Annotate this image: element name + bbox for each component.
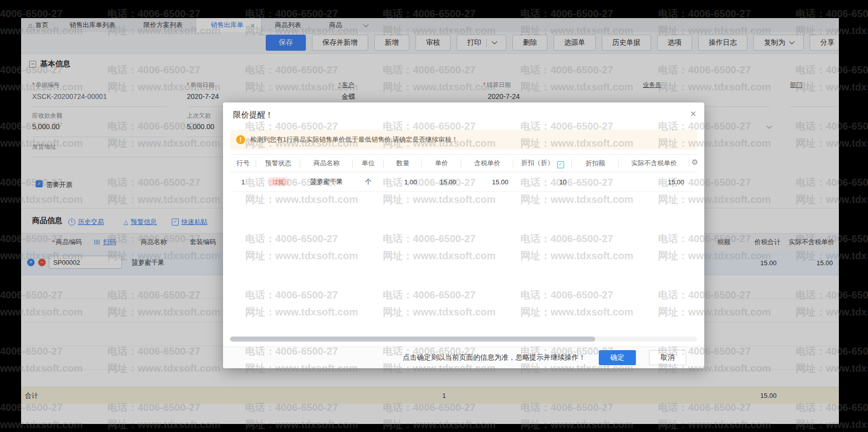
modal-footer: 点击确定则以当前页面的信息为准，忽略提示并继续操作！ 确定 取消 (223, 347, 704, 368)
cell-tax-price: 15.00 (461, 172, 513, 192)
cancel-button[interactable]: 取消 (649, 350, 686, 365)
col-discount[interactable]: 折扣（折）✓ (513, 155, 572, 172)
col-unit[interactable]: 单位 (353, 155, 384, 172)
cell-qty: 1.00 (384, 172, 422, 192)
warning-banner: ! 检测到您有1行商品实际销售单价低于最低销售价,请确定是否继续审核！ (230, 130, 697, 150)
cell-discount: 10 (513, 172, 572, 192)
col-product-name[interactable]: 商品名称 (300, 155, 353, 172)
col-discount-amt[interactable]: 折扣额 (572, 155, 619, 172)
modal-table: 行号 预警状态 商品名称 单位 数量 单价 含税单价 折扣（折）✓ 折扣额 实际… (230, 154, 697, 192)
warning-text: 检测到您有1行商品实际销售单价低于最低销售价,请确定是否继续审核！ (250, 135, 458, 144)
status-badge: 过低 (267, 177, 289, 186)
col-line-no[interactable]: 行号 (230, 155, 256, 172)
col-tax-price[interactable]: 含税单价 (461, 155, 513, 172)
cell-price: 15.00 (422, 172, 461, 192)
modal-table-header-row: 行号 预警状态 商品名称 单位 数量 单价 含税单价 折扣（折）✓ 折扣额 实际… (230, 155, 697, 172)
price-limit-modal: 限价提醒！ × ! 检测到您有1行商品实际销售单价低于最低销售价,请确定是否继续… (223, 102, 704, 368)
modal-close-icon[interactable]: × (690, 109, 696, 119)
cell-actual-price: 15.00 (619, 172, 689, 192)
cell-product-name: 菠萝蜜干果 (300, 172, 353, 192)
footer-tip-text: 点击确定则以当前页面的信息为准，忽略提示并继续操作！ (403, 353, 586, 362)
warning-icon: ! (236, 135, 245, 144)
cell-unit: 个 (353, 172, 384, 192)
modal-table-row[interactable]: 1 过低 菠萝蜜干果 个 1.00 15.00 15.00 10 15.00 (230, 172, 697, 192)
modal-title: 限价提醒！ (233, 110, 273, 121)
cell-status: 过低 (256, 172, 300, 192)
confirm-button[interactable]: 确定 (599, 350, 636, 365)
col-warn-status[interactable]: 预警状态 (256, 155, 300, 172)
col-actual-price[interactable]: 实际不含税单价 (619, 155, 689, 172)
col-price[interactable]: 单价 (422, 155, 461, 172)
cell-discount-amt (572, 172, 619, 192)
horizontal-scrollbar-thumb[interactable] (230, 337, 595, 342)
column-settings-gear-icon[interactable]: ⚙ (691, 158, 698, 167)
discount-check-icon[interactable]: ✓ (557, 161, 564, 168)
horizontal-scrollbar-track[interactable] (230, 337, 697, 342)
cell-line-no: 1 (230, 172, 256, 192)
col-qty[interactable]: 数量 (384, 155, 422, 172)
cell-clipped (689, 172, 697, 192)
